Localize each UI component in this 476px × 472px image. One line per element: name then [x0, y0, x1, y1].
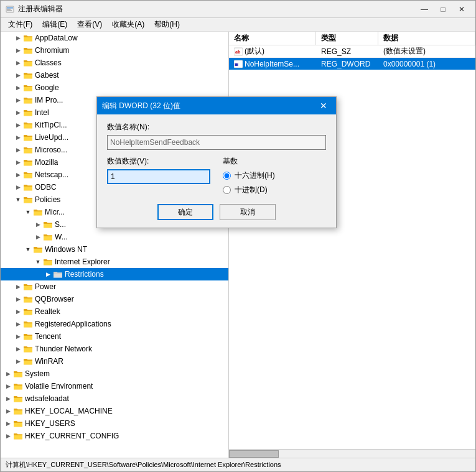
- tree-item-realtek[interactable]: ▶ Realtek: [1, 305, 228, 318]
- tree-item-google[interactable]: ▶ Google: [1, 81, 228, 94]
- tree-item-appdatalow[interactable]: ▶ AppDataLow: [1, 32, 228, 44]
- tree-item-power[interactable]: ▶ Power: [1, 280, 228, 293]
- tree-item-tencent[interactable]: ▶ Tencent: [1, 330, 228, 343]
- svg-rect-3: [7, 10, 12, 11]
- reg-name-nohelpitem: NoHelpItemSe...: [245, 60, 299, 68]
- radio-dec-input[interactable]: [223, 186, 231, 194]
- tree-item-gabest[interactable]: ▶ Gabest: [1, 69, 228, 81]
- svg-text:ab: ab: [235, 49, 241, 55]
- folder-icon: [13, 432, 23, 440]
- tree-item-hklm[interactable]: ▶ HKEY_LOCAL_MACHINE: [1, 405, 228, 417]
- folder-icon: [23, 108, 33, 117]
- minimize-button[interactable]: —: [416, 2, 433, 16]
- tree-item-hkcc[interactable]: ▶ HKEY_CURRENT_CONFIG: [1, 430, 228, 442]
- folder-icon: [53, 270, 63, 279]
- tree-label: LiveUpd...: [35, 133, 68, 142]
- registry-row-nohelpitem[interactable]: ⊞ NoHelpItemSe... REG_DWORD 0x00000001 (…: [229, 58, 475, 70]
- menu-file[interactable]: 文件(F): [3, 18, 37, 31]
- tree-label: Intel: [35, 108, 49, 117]
- modal-value-label: 数值数据(V):: [107, 156, 210, 167]
- tree-arrow: ▶: [13, 108, 23, 118]
- tree-label: RegisteredApplications: [35, 320, 111, 328]
- reg-cell-name-default: ab (默认): [229, 46, 316, 57]
- folder-icon: [23, 121, 33, 129]
- cancel-button[interactable]: 取消: [220, 204, 276, 220]
- tree-item-classes[interactable]: ▶ Classes: [1, 57, 228, 69]
- folder-icon: [23, 307, 33, 316]
- col-header-type: 类型: [316, 32, 378, 45]
- menu-help[interactable]: 帮助(H): [149, 18, 185, 31]
- tree-item-volatile[interactable]: ▶ Volatile Environment: [1, 380, 228, 392]
- tree-item-qqbrowser[interactable]: ▶ QQBrowser: [1, 293, 228, 305]
- modal-base-section: 基数 十六进制(H) 十进制(D): [223, 156, 326, 195]
- modal-close-button[interactable]: ✕: [316, 99, 331, 112]
- tree-arrow: ▶: [13, 83, 23, 93]
- tree-item-windowsnt[interactable]: ▼ Windows NT: [1, 243, 228, 256]
- dword-icon: ⊞: [234, 60, 243, 68]
- close-button[interactable]: ✕: [453, 2, 470, 16]
- radio-hex-input[interactable]: [223, 172, 231, 180]
- tree-arrow: ▶: [3, 394, 13, 404]
- tree-panel[interactable]: ▶ AppDataLow ▶ Chromium ▶ Class: [1, 32, 229, 458]
- tree-item-w[interactable]: ▶ W...: [1, 231, 228, 243]
- svg-text:⊞: ⊞: [235, 62, 238, 67]
- folder-icon: [13, 382, 23, 391]
- folder-icon: [43, 257, 53, 266]
- tree-item-registeredapps[interactable]: ▶ RegisteredApplications: [1, 318, 228, 330]
- tree-label: ODBC: [35, 183, 57, 192]
- ab-icon: ab: [234, 47, 243, 56]
- title-bar-left: 注册表编辑器: [6, 4, 63, 14]
- folder-icon: [23, 46, 33, 55]
- modal-value-input[interactable]: [107, 169, 210, 184]
- folder-icon: [23, 332, 33, 341]
- radio-hex[interactable]: 十六进制(H): [223, 170, 326, 181]
- folder-icon: [23, 295, 33, 303]
- tree-item-chromium[interactable]: ▶ Chromium: [1, 44, 228, 57]
- folder-icon: [33, 245, 43, 254]
- tree-label: HKEY_USERS: [25, 419, 75, 428]
- tree-item-internetexplorer[interactable]: ▼ Internet Explorer: [1, 256, 228, 268]
- tree-arrow: ▶: [13, 132, 23, 142]
- reg-cell-data-nohelpitem: 0x00000001 (1): [378, 60, 475, 68]
- tree-arrow: ▶: [13, 95, 23, 105]
- modal-value-section: 数值数据(V):: [107, 156, 210, 195]
- menu-view[interactable]: 查看(V): [72, 18, 107, 31]
- maximize-button[interactable]: □: [434, 2, 452, 16]
- tree-arrow: ▶: [13, 33, 23, 43]
- tree-arrow: ▶: [13, 157, 23, 167]
- registry-row-default[interactable]: ab (默认) REG_SZ (数值未设置): [229, 45, 475, 58]
- tree-item-restrictions[interactable]: ▶ Restrictions: [1, 268, 228, 280]
- tree-arrow: ▶: [13, 282, 23, 292]
- tree-item-wdsafeloadat[interactable]: ▶ wdsafeloadat: [1, 392, 228, 405]
- menu-favorites[interactable]: 收藏夹(A): [107, 18, 149, 31]
- ok-button[interactable]: 确定: [157, 204, 213, 220]
- reg-cell-name-nohelpitem: ⊞ NoHelpItemSe...: [229, 60, 316, 68]
- radio-hex-label: 十六进制(H): [235, 170, 275, 181]
- modal-title-bar: 编辑 DWORD (32 位)值 ✕: [97, 97, 336, 114]
- tree-label: QQBrowser: [35, 295, 74, 303]
- hscroll-track[interactable]: [229, 450, 475, 458]
- tree-label: Volatile Environment: [25, 382, 93, 391]
- horizontal-scrollbar[interactable]: [229, 449, 475, 458]
- tree-label: Internet Explorer: [55, 257, 110, 266]
- tree-arrow: ▶: [43, 269, 53, 279]
- tree-item-system[interactable]: ▶ System: [1, 368, 228, 380]
- hscroll-thumb[interactable]: [229, 450, 279, 458]
- tree-item-winrar[interactable]: ▶ WinRAR: [1, 355, 228, 368]
- radio-dec-label: 十进制(D): [235, 185, 268, 195]
- tree-arrow: ▶: [3, 431, 13, 441]
- modal-buttons: 确定 取消: [107, 204, 326, 220]
- tree-item-hku[interactable]: ▶ HKEY_USERS: [1, 417, 228, 430]
- modal-title: 编辑 DWORD (32 位)值: [102, 101, 180, 111]
- radio-group: 十六进制(H) 十进制(D): [223, 170, 326, 195]
- tree-label: Classes: [35, 58, 62, 67]
- tree-label: wdsafeloadat: [25, 394, 69, 403]
- folder-icon: [23, 282, 33, 291]
- radio-dec[interactable]: 十进制(D): [223, 185, 326, 195]
- menu-edit[interactable]: 编辑(E): [37, 18, 72, 31]
- title-bar-controls: — □ ✕: [416, 2, 470, 16]
- tree-item-thundernetwork[interactable]: ▶ Thunder Network: [1, 343, 228, 355]
- modal-name-input[interactable]: [107, 135, 326, 150]
- folder-icon: [23, 96, 33, 104]
- folder-icon: [23, 345, 33, 353]
